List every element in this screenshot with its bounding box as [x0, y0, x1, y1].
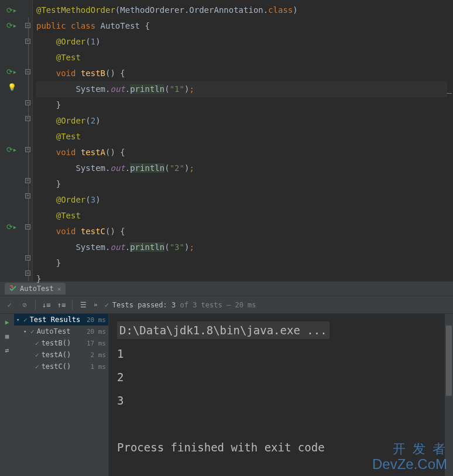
code-line[interactable]: } [36, 271, 449, 287]
tree-time: 20 ms [87, 316, 106, 324]
code-line[interactable]: System.out.println("1"); [36, 81, 449, 97]
gutter-row[interactable] [0, 157, 23, 172]
fold-gutter: −−−−−−−−−−− [23, 0, 33, 281]
gutter-row[interactable]: ⟳▸ [0, 142, 23, 157]
console-output[interactable]: D:\Data\jdk1.8\bin\java.exe ... 123Proce… [109, 314, 453, 476]
code-line[interactable]: } [36, 97, 449, 113]
fold-row[interactable] [23, 2, 32, 18]
fold-row[interactable]: − [23, 188, 32, 203]
code-line[interactable]: public class AutoTest { [36, 18, 449, 34]
fold-row[interactable]: − [23, 111, 32, 126]
fold-row[interactable] [23, 235, 32, 250]
gutter-row[interactable] [0, 95, 23, 111]
code-editor[interactable]: ⟳▸⟳▸⟳▸💡⟳▸⟳▸ −−−−−−−−−−− — @TestMethodOrd… [0, 0, 453, 281]
more-icon[interactable]: » [94, 301, 98, 309]
console-line: 1 [117, 342, 445, 365]
console-line: Process finished with exit code [117, 436, 445, 459]
scrollbar[interactable] [445, 314, 453, 476]
code-line[interactable]: System.out.println("3"); [36, 239, 449, 255]
run-test-icon[interactable]: ⟳▸ [6, 222, 18, 231]
separator [35, 300, 36, 310]
code-line[interactable]: @Test [36, 129, 449, 145]
gutter-row[interactable]: ⟳▸ [0, 18, 23, 33]
sort-down-button[interactable]: ↓≡ [39, 298, 53, 312]
gutter-row[interactable]: ⟳▸ [0, 2, 23, 18]
gutter-row[interactable]: ⟳▸ [0, 64, 23, 80]
fold-row[interactable]: − [23, 173, 32, 188]
console-line [117, 412, 445, 436]
fold-row[interactable]: − [23, 219, 32, 234]
junit-icon [9, 285, 16, 292]
chevron-down-icon[interactable]: ▾ [23, 328, 30, 334]
code-line[interactable]: @Order(2) [36, 113, 449, 129]
fold-row[interactable]: − [23, 142, 32, 157]
tree-label: testC() [42, 362, 91, 371]
tree-suite-autotest[interactable]: ▾ ✓ AutoTest 20 ms [14, 326, 108, 337]
fold-row[interactable]: − [23, 64, 32, 80]
fold-row[interactable] [23, 49, 32, 64]
gutter: ⟳▸⟳▸⟳▸💡⟳▸⟳▸ [0, 0, 23, 281]
fold-row[interactable]: − [23, 250, 32, 265]
intention-bulb-icon[interactable]: 💡 [8, 83, 16, 91]
run-test-icon[interactable]: ⟳▸ [6, 6, 18, 15]
code-line[interactable]: void testB() { [36, 66, 449, 81]
run-test-icon[interactable]: ⟳▸ [6, 21, 18, 30]
test-tree[interactable]: ▾ ✓ Test Results 20 ms ▾ ✓ AutoTest 20 m… [14, 314, 109, 476]
rerun-button[interactable]: ▶ [1, 316, 13, 328]
gutter-row[interactable] [0, 111, 23, 126]
gutter-row[interactable] [0, 250, 23, 265]
fold-row[interactable] [23, 126, 32, 142]
gutter-row[interactable] [0, 188, 23, 203]
gutter-row[interactable] [0, 235, 23, 250]
code-line[interactable]: @Order(3) [36, 192, 449, 208]
fold-row[interactable] [23, 204, 32, 219]
show-ignored-button[interactable]: ⊘ [18, 298, 32, 312]
code-line[interactable]: @TestMethodOrder(MethodOrderer.OrderAnno… [36, 2, 449, 18]
code-line[interactable]: } [36, 255, 449, 271]
gutter-row[interactable] [0, 204, 23, 219]
fold-row[interactable]: − [23, 18, 32, 33]
gutter-row[interactable] [0, 49, 23, 64]
gutter-row[interactable] [0, 265, 23, 280]
tree-label: testB() [42, 339, 87, 347]
code-line[interactable]: @Order(1) [36, 34, 449, 50]
gutter-row[interactable] [0, 173, 23, 188]
test-toolbar: ✓ ⊘ ↓≡ ↑≡ ☰ » ✓ Tests passed: 3 of 3 tes… [0, 296, 453, 314]
code-line[interactable]: System.out.println("2"); [36, 160, 449, 176]
run-test-icon[interactable]: ⟳▸ [6, 145, 18, 154]
show-passed-button[interactable]: ✓ [2, 298, 16, 312]
fold-row[interactable]: − [23, 265, 32, 280]
tree-time: 2 ms [91, 351, 107, 359]
run-test-icon[interactable]: ⟳▸ [6, 67, 18, 76]
tree-root-test-results[interactable]: ▾ ✓ Test Results 20 ms [14, 314, 108, 326]
code-content[interactable]: — @TestMethodOrder(MethodOrderer.OrderAn… [33, 0, 453, 281]
fold-row[interactable] [23, 157, 32, 172]
expand-all-button[interactable]: ☰ [76, 298, 90, 312]
tree-label: AutoTest [37, 327, 87, 335]
check-icon: ✓ [35, 363, 39, 371]
check-icon: ✓ [30, 328, 35, 335]
code-line[interactable]: @Test [36, 50, 449, 66]
gutter-row[interactable]: ⟳▸ [0, 219, 23, 234]
tree-test-item[interactable]: ✓testB()17 ms [14, 337, 108, 349]
gutter-row[interactable] [0, 33, 23, 49]
scrollbar-thumb[interactable] [446, 326, 452, 396]
chevron-down-icon[interactable]: ▾ [16, 317, 23, 323]
gutter-row[interactable] [0, 126, 23, 142]
stop-button[interactable]: ■ [1, 330, 13, 342]
console-line: 3 [117, 389, 445, 412]
code-line[interactable]: } [36, 176, 449, 192]
fold-row[interactable]: − [23, 33, 32, 49]
gutter-row[interactable]: 💡 [0, 80, 23, 95]
tree-test-item[interactable]: ✓testC()1 ms [14, 361, 108, 372]
fold-row[interactable] [23, 80, 32, 95]
check-icon: ✓ [35, 340, 39, 347]
code-line[interactable]: void testA() { [36, 145, 449, 160]
sort-up-button[interactable]: ↑≡ [54, 298, 68, 312]
tree-test-item[interactable]: ✓testA()2 ms [14, 349, 108, 361]
toggle-button[interactable]: ⇄ [1, 344, 13, 356]
code-line[interactable]: @Test [36, 208, 449, 224]
fold-row[interactable]: − [23, 95, 32, 111]
code-line[interactable]: void testC() { [36, 224, 449, 239]
separator [72, 300, 73, 310]
